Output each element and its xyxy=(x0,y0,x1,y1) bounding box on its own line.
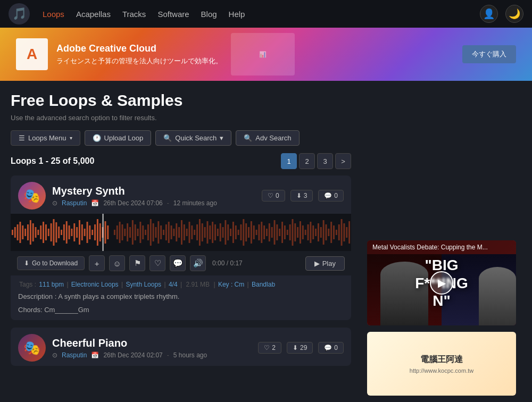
nav-help[interactable]: Help xyxy=(229,10,245,19)
video-thumbnail[interactable]: Metal Vocalists Debate: Cupping the M...… xyxy=(367,240,516,325)
tag-bandlab[interactable]: Bandlab xyxy=(252,281,275,288)
ad-image: 📊 xyxy=(231,33,295,76)
svg-rect-84 xyxy=(230,229,231,236)
svg-rect-20 xyxy=(61,230,62,235)
track-time-ago-2: 5 hours ago xyxy=(173,351,207,359)
svg-rect-131 xyxy=(103,214,104,251)
quick-search-button[interactable]: 🔍 Quick Search ▾ xyxy=(155,130,231,146)
tag-synth[interactable]: Synth Loops xyxy=(126,281,161,288)
comment-icon-2: 💬 xyxy=(324,344,332,351)
adv-search-button[interactable]: 🔍 Adv Search xyxy=(236,130,299,146)
track-avatar-2: 🎭 xyxy=(18,334,46,362)
account-icon: ⊙ xyxy=(52,199,57,207)
svg-rect-96 xyxy=(261,222,262,243)
user-account-icon[interactable]: 👤 xyxy=(480,5,498,23)
ad-banner: A Adobe Creative Cloud ライセンスと予算の管理を法人向けツ… xyxy=(0,28,532,81)
nav-blog[interactable]: Blog xyxy=(201,10,217,19)
go-to-download-button[interactable]: ⬇ Go to Download xyxy=(17,256,85,270)
comments-button-1[interactable]: 💬 0 xyxy=(318,190,344,202)
svg-rect-2 xyxy=(14,227,16,238)
svg-rect-19 xyxy=(58,227,60,238)
svg-rect-105 xyxy=(284,225,286,239)
page-btn-3[interactable]: 3 xyxy=(317,153,333,169)
sidebar-ad[interactable]: 電腦王阿達 http://www.kocpc.com.tw xyxy=(367,332,516,396)
svg-rect-15 xyxy=(48,229,49,236)
time-total-1: 0:17 xyxy=(230,259,242,267)
track-author-2[interactable]: Rasputin xyxy=(62,351,87,359)
volume-button-1[interactable]: 🔊 xyxy=(190,255,206,271)
svg-rect-111 xyxy=(300,221,301,244)
tag-bpm[interactable]: 111 bpm xyxy=(39,281,64,288)
svg-rect-12 xyxy=(40,225,41,239)
track-author-1[interactable]: Rasputin xyxy=(62,199,87,207)
dash-1: - xyxy=(167,199,169,207)
svg-rect-79 xyxy=(217,229,219,236)
svg-rect-97 xyxy=(263,225,265,239)
download-icon-1: ⬇ xyxy=(296,192,302,199)
page-btn-next[interactable]: > xyxy=(335,153,351,169)
nav-tracks[interactable]: Tracks xyxy=(122,10,146,19)
heart-button-1[interactable]: ♡ xyxy=(149,255,165,271)
video-title: Metal Vocalists Debate: Cupping the M... xyxy=(367,240,516,254)
pagination: 1 2 3 > xyxy=(281,153,351,169)
download-icon-2: ⬇ xyxy=(293,344,298,351)
likes-button-1[interactable]: ♡ 0 xyxy=(262,190,285,202)
nav-acapellas[interactable]: Acapellas xyxy=(76,10,111,19)
svg-rect-106 xyxy=(287,230,288,235)
likes-button-2[interactable]: ♡ 2 xyxy=(258,342,281,354)
page-btn-1[interactable]: 1 xyxy=(281,153,297,169)
svg-rect-46 xyxy=(132,220,134,245)
track-name-2: Cheerful Piano xyxy=(52,337,252,349)
svg-rect-98 xyxy=(266,229,268,236)
navbar: 🎵 Loops Acapellas Tracks Software Blog H… xyxy=(0,0,532,28)
theme-toggle-icon[interactable]: 🌙 xyxy=(505,5,523,23)
svg-rect-100 xyxy=(271,227,273,238)
site-logo[interactable]: 🎵 xyxy=(9,3,30,24)
svg-rect-125 xyxy=(336,230,337,235)
heart-icon-2: ♡ xyxy=(264,344,270,351)
svg-rect-52 xyxy=(147,224,149,240)
comment-icon-1: 💬 xyxy=(324,192,332,199)
tag-time-sig[interactable]: 4/4 xyxy=(169,281,178,288)
nav-right: 👤 🌙 xyxy=(480,5,523,23)
waveform-1[interactable] xyxy=(11,214,351,251)
comments-button-2[interactable]: 💬 0 xyxy=(318,342,344,354)
downloads-button-1[interactable]: ⬇ 3 xyxy=(290,190,313,202)
svg-rect-64 xyxy=(178,227,180,238)
svg-rect-39 xyxy=(114,230,115,235)
video-play-button[interactable]: ▶ xyxy=(430,271,453,295)
ad-cta-button[interactable]: 今すぐ購入 xyxy=(462,45,516,63)
page-btn-2[interactable]: 2 xyxy=(299,153,315,169)
track-chords-1: Chords: Cm______Gm xyxy=(11,305,351,320)
main-layout: Free Loops & Samples Use the advanced se… xyxy=(0,81,532,401)
play-button-1[interactable]: ▶ Play xyxy=(305,256,345,271)
svg-rect-56 xyxy=(157,221,159,244)
add-button-1[interactable]: + xyxy=(89,255,105,271)
heart-icon-1: ♡ xyxy=(268,192,273,199)
svg-rect-114 xyxy=(307,224,309,240)
face-button-1[interactable]: ☺ xyxy=(109,255,125,271)
track-description-1: Description : A synth plays a complex tr… xyxy=(11,290,351,305)
svg-rect-77 xyxy=(212,222,213,243)
tag-electronic[interactable]: Electronic Loops xyxy=(71,281,119,288)
track-name-1: Mystery Synth xyxy=(52,185,255,197)
play-label-1: Play xyxy=(322,259,336,267)
track-info-1: Mystery Synth ⊙ Rasputin 📅 26th Dec 2024… xyxy=(52,185,255,207)
comment-button-1[interactable]: 💬 xyxy=(170,255,186,271)
upload-loop-button[interactable]: 🕐 Upload Loop xyxy=(85,130,152,146)
nav-software[interactable]: Software xyxy=(157,10,189,19)
comments-count-2: 0 xyxy=(334,344,338,351)
svg-rect-63 xyxy=(176,223,177,241)
flag-button-1[interactable]: ⚑ xyxy=(129,255,145,271)
sidebar-ad-url: http://www.kocpc.com.tw xyxy=(410,367,473,374)
svg-rect-93 xyxy=(253,225,255,239)
nav-loops[interactable]: Loops xyxy=(43,10,64,19)
svg-rect-128 xyxy=(343,223,345,241)
loops-menu-button[interactable]: ☰ Loops Menu ▾ xyxy=(11,130,80,146)
tag-key[interactable]: Key : Cm xyxy=(218,281,244,288)
svg-rect-41 xyxy=(119,222,121,243)
svg-rect-92 xyxy=(251,221,252,244)
track-time-ago-1: 12 minutes ago xyxy=(173,199,217,207)
downloads-button-2[interactable]: ⬇ 29 xyxy=(287,342,313,354)
svg-rect-18 xyxy=(55,222,57,242)
